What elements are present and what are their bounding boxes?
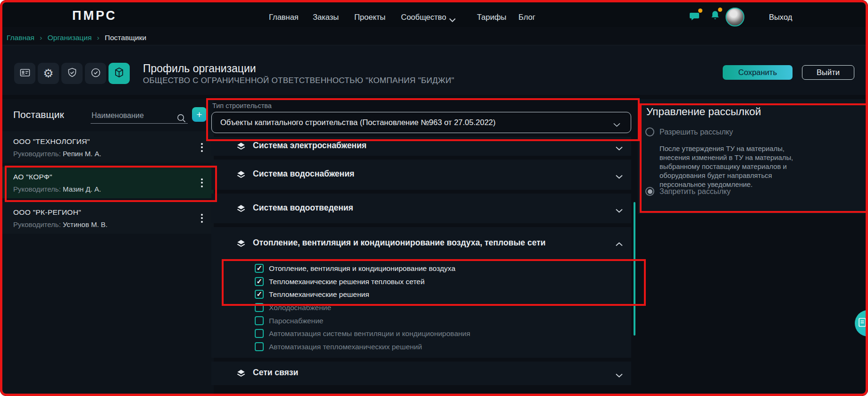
construction-type-select[interactable]: Объекты капитального строительства (Пост… [211, 112, 631, 133]
tab-suppliers[interactable] [108, 63, 130, 84]
user-avatar[interactable] [726, 8, 744, 26]
scrollbar-thumb[interactable] [634, 202, 635, 336]
checkbox-unchecked-icon[interactable] [255, 342, 264, 351]
page-header: ⚙ Профиль организации ОБЩЕСТВО С ОГРАН [2, 45, 866, 95]
search-input[interactable] [91, 111, 188, 124]
section-water-disposal[interactable]: Система водоотведения [211, 194, 631, 223]
add-supplier-button[interactable]: + [192, 107, 207, 122]
checkbox-unchecked-icon[interactable] [255, 316, 264, 325]
chevron-down-icon [616, 371, 623, 379]
logout-button[interactable]: Выход [769, 13, 792, 22]
gear-icon: ⚙ [43, 67, 53, 79]
tab-approval[interactable] [85, 63, 106, 84]
nav-projects[interactable]: Проекты [354, 13, 385, 22]
radio-allow-label[interactable]: Разрешить рассылку [659, 128, 733, 136]
cube-icon [113, 67, 125, 80]
layers-icon [236, 203, 246, 214]
breadcrumb-organization[interactable]: Организация [48, 34, 92, 42]
kebab-menu-icon[interactable] [196, 209, 208, 227]
nav-main[interactable]: Главная [269, 13, 299, 22]
kebab-menu-icon[interactable] [196, 174, 208, 192]
save-button[interactable]: Сохранить [723, 65, 793, 80]
section-title: Система водоснабжения [253, 169, 354, 179]
layers-icon [236, 238, 246, 249]
checkbox-unchecked-icon[interactable] [255, 329, 264, 338]
nav-community[interactable]: Сообщество [401, 13, 446, 22]
section-heating-expanded: Отопление, вентиляция и кондиционировани… [211, 227, 631, 358]
top-navbar: ПМРС Главная Заказы Проекты Сообщество Т… [2, 2, 866, 27]
exit-button[interactable]: Выйти [802, 65, 854, 80]
mailing-description: После утверждения ТУ на материалы, внесе… [659, 144, 810, 189]
checkbox-label: Автоматизация системы вентиляции и конди… [269, 329, 470, 338]
chevron-down-icon [449, 16, 456, 24]
app-window: ПМРС Главная Заказы Проекты Сообщество Т… [0, 0, 868, 396]
chat-badge [698, 8, 702, 13]
breadcrumb-home[interactable]: Главная [7, 34, 34, 42]
checkbox-checked-icon[interactable] [255, 290, 264, 299]
contact-card-icon [19, 67, 31, 80]
supplier-name: ООО "РК-РЕГИОН" [13, 208, 81, 217]
construction-type-label: Тип строительства [212, 102, 272, 110]
layers-icon [236, 169, 246, 180]
checkbox-checked-icon[interactable] [255, 277, 264, 286]
checkbox-label: Автоматизация тепломеханических решений [269, 343, 422, 351]
chevron-up-icon [616, 240, 623, 249]
mailing-title: Управление рассылкой [646, 106, 761, 118]
radio-deny-label[interactable]: Запретить рассылку [659, 187, 731, 196]
section-title: Система электроснабжения [253, 141, 367, 151]
chevron-down-icon [616, 172, 623, 181]
checkbox-label: Холодоснабжение [269, 303, 331, 312]
radio-deny-mailing[interactable] [645, 187, 654, 196]
section-electricity[interactable]: Система электроснабжения [211, 137, 631, 156]
checkbox-label: Пароснабжение [269, 317, 323, 325]
kebab-menu-icon[interactable] [196, 138, 208, 156]
radio-allow-mailing[interactable] [645, 127, 654, 136]
section-title: Система водоотведения [253, 203, 353, 213]
checkbox-label: Отопление, вентиляция и кондиционировани… [269, 264, 455, 273]
nav-orders[interactable]: Заказы [313, 13, 339, 22]
organization-name: ОБЩЕСТВО С ОГРАНИЧЕННОЙ ОТВЕТСТВЕННОСТЬЮ… [143, 76, 454, 85]
checkbox-unchecked-icon[interactable] [255, 303, 264, 312]
layers-icon [236, 141, 246, 152]
checkbox-label: Тепломеханические решения тепловых сетей [269, 278, 425, 286]
section-water-supply[interactable]: Система водоснабжения [211, 160, 631, 190]
section-title: Отопление, вентиляция и кондиционировани… [253, 238, 546, 248]
breadcrumb-separator: › [40, 34, 42, 42]
tab-security[interactable] [61, 63, 83, 84]
shield-check-icon [67, 67, 78, 80]
floating-chat-button[interactable] [855, 310, 868, 337]
supplier-manager: Руководитель: Мазин Д. А. [13, 185, 101, 193]
section-header[interactable]: Отопление, вентиляция и кондиционировани… [211, 227, 631, 260]
tab-settings[interactable]: ⚙ [38, 63, 59, 84]
checkbox-label: Тепломеханические решения [269, 290, 369, 299]
breadcrumb: Главная › Организация › Поставщики [7, 34, 146, 42]
supplier-list-item[interactable]: ООО "РК-РЕГИОН" Руководитель: Устинов М.… [2, 202, 214, 234]
search-icon [176, 113, 186, 125]
supplier-list-item-selected[interactable]: АО "КОРФ" Руководитель: Мазин Д. А. [2, 167, 214, 198]
tab-contact-card[interactable] [14, 63, 35, 84]
supplier-list-item[interactable]: ООО "ТЕХНОЛОГИЯ" Руководитель: Репин М. … [2, 131, 214, 163]
construction-type-value: Объекты капитального строительства (Пост… [220, 118, 496, 127]
supplier-name: АО "КОРФ" [13, 173, 52, 181]
supplier-manager: Руководитель: Устинов М. В. [13, 220, 108, 228]
app-logo[interactable]: ПМРС [72, 8, 117, 23]
nav-tariffs[interactable]: Тарифы [477, 13, 506, 22]
section-title: Сети связи [253, 368, 298, 378]
sidebar-title: Поставщик [13, 109, 64, 120]
document-icon [858, 317, 867, 329]
supplier-manager: Руководитель: Репин М. А. [13, 150, 101, 158]
bell-icon[interactable] [709, 10, 721, 24]
section-communication[interactable]: Сети связи [211, 362, 631, 385]
breadcrumb-suppliers: Поставщики [105, 34, 146, 42]
layers-icon [236, 368, 246, 379]
chevron-down-icon [613, 120, 620, 129]
circle-check-icon [90, 67, 101, 80]
page-title: Профиль организации [143, 62, 256, 75]
supplier-name: ООО "ТЕХНОЛОГИЯ" [13, 137, 90, 146]
nav-blog[interactable]: Блог [518, 13, 535, 22]
checkbox-checked-icon[interactable] [255, 264, 264, 273]
breadcrumb-separator: › [97, 34, 100, 42]
suppliers-sidebar: Поставщик + ООО "ТЕХНОЛОГИЯ" Руководител… [2, 99, 214, 394]
chat-icon[interactable] [689, 11, 701, 24]
chevron-down-icon [616, 206, 623, 215]
